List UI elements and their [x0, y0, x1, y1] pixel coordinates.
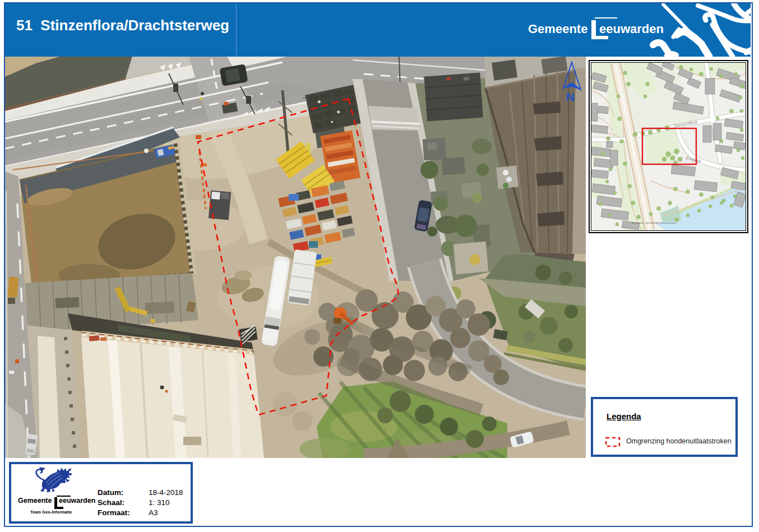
- svg-text:Het Kadaster / OpenStreetMap |: Het Kadaster / OpenStreetMap | Basisregi…: [632, 222, 676, 224]
- svg-text:N: N: [566, 90, 575, 103]
